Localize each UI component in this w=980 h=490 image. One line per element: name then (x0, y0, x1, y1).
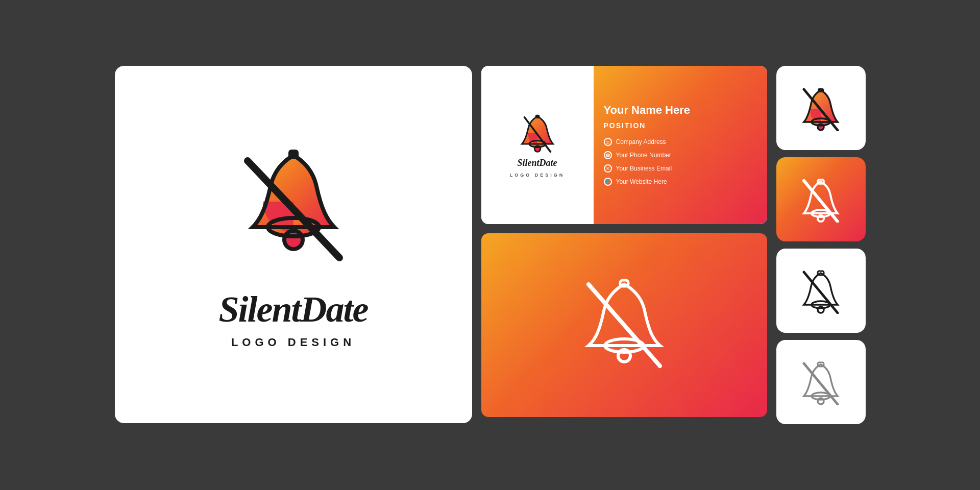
bc-address-text: Company Address (616, 138, 666, 145)
bc-brand-name: SilentDate (517, 158, 557, 168)
email-icon: ✉ (604, 164, 612, 173)
bc-email-text: Your Business Email (616, 165, 672, 172)
website-icon: 🌐 (604, 178, 612, 186)
bc-phone-text: Your Phone Number (616, 152, 671, 159)
icon-card-3 (776, 249, 866, 333)
svg-point-23 (818, 215, 824, 222)
bc-phone-row: ☎ Your Phone Number (604, 151, 757, 159)
bc-right: Your Name Here POSITION ◎ Company Addres… (594, 66, 767, 224)
main-container: SilentDate LOGO DESIGN (100, 51, 881, 439)
icon-card-1 (776, 66, 866, 150)
business-card-bottom (481, 233, 767, 417)
bc-website-text: Your Website Here (616, 178, 667, 185)
logo-card: SilentDate LOGO DESIGN (115, 66, 472, 423)
bc-person-name: Your Name Here (604, 104, 757, 116)
logo-brand-name: SilentDate (218, 288, 368, 331)
business-card-top: SilentDate LOGO DESIGN Your Name Here PO… (481, 66, 767, 224)
bc-position: POSITION (604, 121, 757, 130)
phone-icon: ☎ (604, 151, 612, 159)
logo-sub-text: LOGO DESIGN (231, 336, 355, 349)
logo-icon-large (222, 140, 365, 283)
location-icon: ◎ (604, 138, 612, 146)
bc-brand-sub: LOGO DESIGN (510, 173, 565, 178)
bc-left: SilentDate LOGO DESIGN (481, 66, 594, 224)
icon-card-2 (776, 157, 866, 241)
bc-email-row: ✉ Your Business Email (604, 164, 757, 173)
bc-website-row: 🌐 Your Website Here (604, 178, 757, 186)
icon-card-4 (776, 340, 866, 424)
right-column (776, 66, 866, 424)
middle-column: SilentDate LOGO DESIGN Your Name Here PO… (481, 66, 767, 417)
bc-address-row: ◎ Company Address (604, 138, 757, 146)
